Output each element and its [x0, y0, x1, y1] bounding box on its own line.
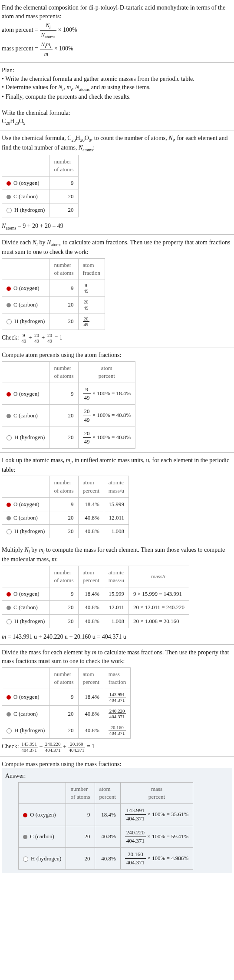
table-header-row: numberof atoms atompercent atomicmass/u	[2, 476, 129, 497]
swatch-icon	[7, 181, 11, 186]
swatch-icon	[7, 516, 11, 520]
mass-pct-fraction: Nimi m	[40, 40, 53, 58]
table-row: H (hydrogen)2040.8%1.00820 × 1.008 = 20.…	[2, 614, 189, 628]
swatch-icon	[7, 712, 11, 717]
swatch-icon	[7, 503, 11, 507]
table-row: C (carbon)202049 × 100% = 40.8%	[2, 405, 135, 427]
mass-fraction-table: numberof atoms atompercent massfraction …	[2, 667, 131, 739]
atom-count: 20	[49, 190, 78, 203]
col-element	[2, 361, 49, 383]
swatch-icon	[7, 619, 12, 624]
table-row: C (carbon)2040.8%12.01120 × 12.011 = 240…	[2, 601, 189, 614]
plan-bullet: • Finally, compute the percents and chec…	[2, 93, 232, 101]
answer-label: Answer:	[5, 772, 229, 780]
col-mass-u: mass/u	[129, 566, 189, 587]
table-row: O (oxygen)9949 × 100% = 18.4%	[2, 383, 135, 404]
times-100: × 100%	[58, 27, 77, 33]
col-atom-percent: atompercent	[78, 566, 104, 587]
atom-pct-label: atom percent =	[2, 27, 38, 33]
answer-block: Answer: numberof atoms atompercent massp…	[2, 768, 232, 873]
swatch-icon	[7, 287, 11, 291]
col-atomic-mass: atomicmass/u	[104, 476, 129, 497]
table-row: H (hydrogen)20	[2, 203, 79, 217]
swatch-icon	[7, 414, 11, 418]
atom-fraction-heading: Divide each Ni by Natoms to calculate at…	[2, 238, 232, 256]
atomic-mass-section: Look up the atomic mass, mi, in unified …	[0, 453, 234, 542]
table-row: H (hydrogen)2040.8%1.008	[2, 525, 129, 538]
col-element	[2, 155, 49, 176]
natom-sum: Natoms = 9 + 20 + 20 = 49	[2, 222, 232, 231]
atomic-mass-heading: Look up the atomic mass, mi, in unified …	[2, 456, 232, 474]
swatch-icon	[7, 208, 12, 213]
element-label: H (hydrogen)	[2, 203, 49, 217]
count-section: Use the chemical formula, C20H20O9, to c…	[0, 130, 234, 235]
table-header-row: numberof atoms atompercent massfraction	[2, 667, 131, 689]
table-header-row: numberof atoms atomfraction	[2, 258, 105, 280]
col-number-of-atoms: numberof atoms	[49, 476, 78, 497]
col-mass-percent: masspercent	[120, 782, 193, 803]
table-header-row: numberof atoms atompercent masspercent	[19, 782, 193, 803]
fraction-check: Check: 949 + 2049 + 2049 = 1	[2, 333, 232, 343]
table-row: C (carbon)20	[2, 190, 79, 203]
final-heading: Compute mass percents using the mass fra…	[2, 760, 232, 769]
plan-section: Plan: • Write the chemical formula and g…	[0, 63, 234, 105]
plan-bullet: • Write the chemical formula and gather …	[2, 75, 232, 83]
times-100: × 100%	[54, 45, 73, 52]
swatch-icon	[7, 606, 11, 610]
table-row: C (carbon)2040.8%12.011	[2, 511, 129, 525]
col-number-of-atoms: numberof atoms	[49, 566, 78, 587]
atom-percent-section: Compute atom percents using the atom fra…	[0, 347, 234, 453]
atom-fraction-section: Divide each Ni by Natoms to calculate at…	[0, 235, 234, 347]
atom-percent-heading: Compute atom percents using the atom fra…	[2, 351, 232, 360]
mass-fraction-heading: Divide the mass for each element by m to…	[2, 648, 232, 665]
mass-heading: Multiply Ni by mi to compute the mass fo…	[2, 546, 232, 563]
table-row: C (carbon)2040.8%240.220404.371 × 100% =…	[19, 826, 193, 847]
atomic-mass-table: numberof atoms atompercent atomicmass/u …	[2, 476, 129, 538]
swatch-icon	[7, 392, 11, 397]
col-number-of-atoms: numberof atoms	[49, 361, 78, 383]
swatch-icon	[23, 835, 27, 839]
swatch-icon	[7, 529, 12, 534]
table-row: H (hydrogen)202049	[2, 313, 105, 330]
swatch-icon	[7, 319, 12, 324]
plan-label: Plan:	[2, 66, 232, 75]
col-number-of-atoms: numberof atoms	[66, 782, 95, 803]
final-table: numberof atoms atompercent masspercent O…	[18, 782, 193, 870]
count-heading: Use the chemical formula, C20H20O9, to c…	[2, 134, 232, 153]
table-header-row: numberof atoms atompercent atomicmass/u …	[2, 566, 189, 587]
table-row: H (hydrogen)202049 × 100% = 40.8%	[2, 427, 135, 448]
mass-fraction-check: Check: 143.991404.371 + 240.220404.371 +…	[2, 741, 232, 752]
intro-section: Find the elemental composition for di-p-…	[0, 0, 234, 63]
final-section: Compute mass percents using the mass fra…	[0, 757, 234, 877]
col-mass-fraction: massfraction	[104, 667, 130, 689]
table-row: O (oxygen)918.4%143.991404.371 × 100% = …	[19, 804, 193, 826]
swatch-icon	[7, 695, 11, 700]
atom-count: 20	[49, 203, 78, 217]
mass-percent-formula: mass percent = Nimi m × 100%	[2, 40, 232, 58]
col-number-of-atoms: numberof atoms	[49, 667, 78, 689]
col-atom-percent: atompercent	[95, 782, 120, 803]
table-row: O (oxygen)9	[2, 177, 79, 190]
table-row: H (hydrogen)2040.8%20.160404.371 × 100% …	[19, 847, 193, 869]
table-row: C (carbon)202049	[2, 297, 105, 313]
molecular-mass: m = 143.991 u + 240.220 u + 20.160 u = 4…	[2, 633, 232, 641]
col-atom-percent: atompercent	[78, 361, 135, 383]
atom-percent-formula: atom percent = Ni Natoms × 100%	[2, 21, 232, 40]
col-atom-fraction: atomfraction	[78, 258, 105, 280]
swatch-icon	[7, 728, 12, 733]
element-label: O (oxygen)	[2, 177, 49, 190]
mass-table: numberof atoms atompercent atomicmass/u …	[2, 566, 189, 628]
col-atom-percent: atompercent	[78, 476, 104, 497]
swatch-icon	[7, 435, 12, 440]
swatch-icon	[7, 195, 11, 199]
swatch-icon	[7, 592, 11, 597]
swatch-icon	[23, 857, 28, 862]
col-element	[2, 258, 49, 280]
table-row: O (oxygen)9949	[2, 280, 105, 297]
table-header-row: numberof atoms atompercent	[2, 361, 135, 383]
element-label: C (carbon)	[2, 190, 49, 203]
count-table: numberof atoms O (oxygen)9 C (carbon)20 …	[2, 155, 79, 217]
atom-pct-fraction: Ni Natoms	[40, 21, 57, 40]
mass-section: Multiply Ni by mi to compute the mass fo…	[0, 542, 234, 645]
mass-fraction-section: Divide the mass for each element by m to…	[0, 645, 234, 756]
